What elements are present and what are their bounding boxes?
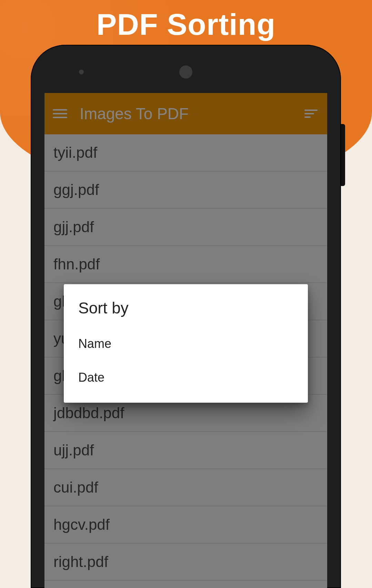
phone-screen: Images To PDF tyii.pdf ggj.pdf gjj.pdf f… [44, 93, 327, 588]
sort-option-date[interactable]: Date [64, 361, 308, 394]
sort-option-name[interactable]: Name [64, 327, 308, 361]
dialog-title: Sort by [64, 296, 308, 327]
phone-speaker [179, 65, 192, 79]
sort-dialog: Sort by Name Date [64, 284, 308, 403]
marketing-title: PDF Sorting [0, 7, 372, 42]
phone-side-button [341, 124, 345, 186]
phone-sensor-dot [79, 70, 84, 74]
phone-frame: Images To PDF tyii.pdf ggj.pdf gjj.pdf f… [31, 45, 341, 588]
